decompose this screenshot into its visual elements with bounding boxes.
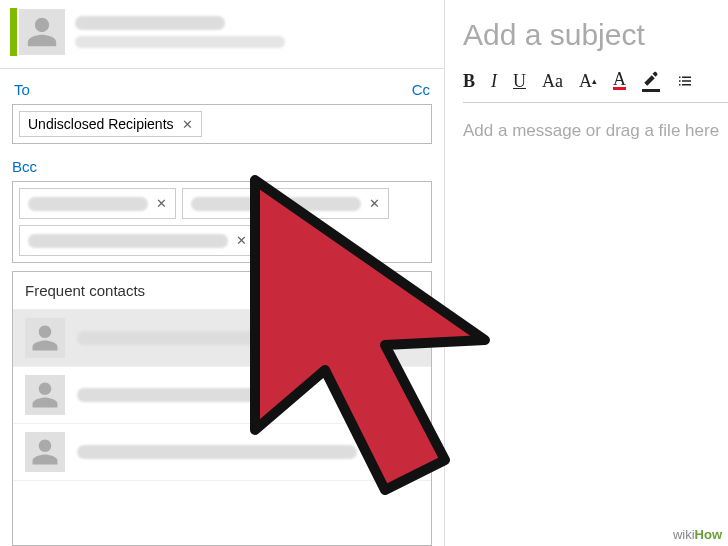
sender-avatar (19, 9, 65, 55)
contact-email-blurred (77, 388, 292, 402)
sender-email-blurred (75, 36, 285, 48)
message-body[interactable]: Add a message or drag a file here (463, 121, 728, 141)
formatting-toolbar: B I U Aa A▴ A (463, 70, 728, 103)
remove-chip-icon[interactable]: ✕ (236, 233, 247, 248)
accent-bar (10, 8, 17, 56)
bcc-field[interactable]: ✕ ✕ ✕ (12, 181, 432, 263)
sender-header (0, 0, 444, 69)
underline-button[interactable]: U (513, 71, 526, 92)
font-size-button[interactable]: A▴ (579, 71, 597, 92)
frequent-contacts-header: Frequent contacts (13, 272, 431, 310)
list-item[interactable] (13, 367, 431, 424)
list-button[interactable] (676, 72, 694, 90)
bold-button[interactable]: B (463, 71, 475, 92)
contact-email-blurred (77, 445, 357, 459)
bcc-chip[interactable]: ✕ (19, 225, 256, 256)
to-label[interactable]: To (14, 81, 30, 98)
bcc-label[interactable]: Bcc (12, 158, 432, 175)
contact-email-blurred (77, 331, 307, 345)
to-chip-label: Undisclosed Recipients (28, 116, 174, 132)
cc-label[interactable]: Cc (412, 81, 430, 98)
remove-chip-icon[interactable]: ✕ (182, 117, 193, 132)
to-chip[interactable]: Undisclosed Recipients ✕ (19, 111, 202, 137)
font-button[interactable]: Aa (542, 71, 563, 92)
list-item[interactable] (13, 310, 431, 367)
bcc-chip[interactable]: ✕ (182, 188, 389, 219)
remove-chip-icon[interactable]: ✕ (369, 196, 380, 211)
avatar (25, 318, 65, 358)
avatar (25, 432, 65, 472)
highlight-button[interactable] (642, 70, 660, 92)
remove-chip-icon[interactable]: ✕ (156, 196, 167, 211)
to-field[interactable]: Undisclosed Recipients ✕ (12, 104, 432, 144)
frequent-contacts-panel: Frequent contacts (12, 271, 432, 546)
list-item[interactable] (13, 424, 431, 481)
avatar (25, 375, 65, 415)
watermark: wikiHow (673, 527, 722, 542)
font-color-button[interactable]: A (613, 72, 626, 90)
subject-input[interactable]: Add a subject (463, 18, 728, 52)
bcc-chip[interactable]: ✕ (19, 188, 176, 219)
italic-button[interactable]: I (491, 71, 497, 92)
sender-name-blurred (75, 16, 225, 30)
